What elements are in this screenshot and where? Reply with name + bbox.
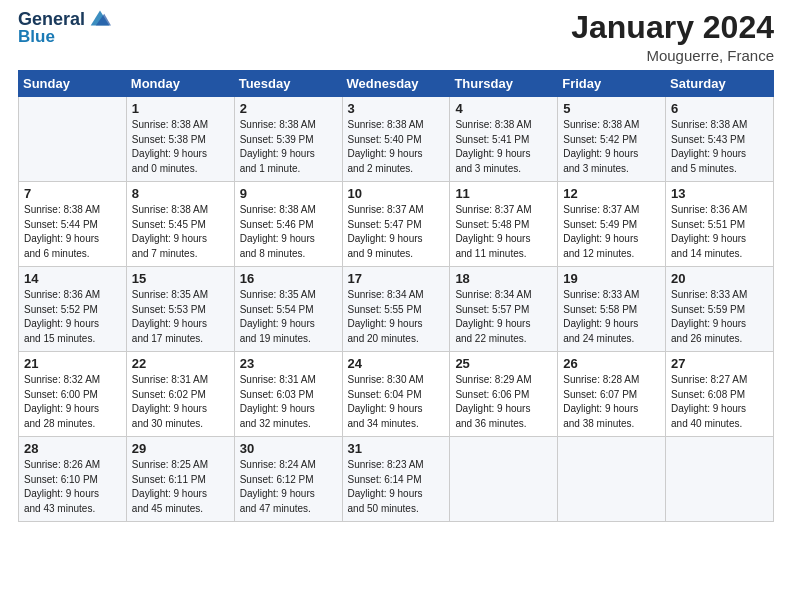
- day-number: 29: [132, 441, 229, 456]
- calendar-cell: 30Sunrise: 8:24 AM Sunset: 6:12 PM Dayli…: [234, 437, 342, 522]
- calendar-cell: 9Sunrise: 8:38 AM Sunset: 5:46 PM Daylig…: [234, 182, 342, 267]
- cell-info: Sunrise: 8:34 AM Sunset: 5:55 PM Dayligh…: [348, 288, 445, 346]
- calendar-cell: [558, 437, 666, 522]
- calendar-cell: 1Sunrise: 8:38 AM Sunset: 5:38 PM Daylig…: [126, 97, 234, 182]
- weekday-header-wednesday: Wednesday: [342, 71, 450, 97]
- day-number: 18: [455, 271, 552, 286]
- day-number: 2: [240, 101, 337, 116]
- calendar-cell: 14Sunrise: 8:36 AM Sunset: 5:52 PM Dayli…: [19, 267, 127, 352]
- calendar-cell: 20Sunrise: 8:33 AM Sunset: 5:59 PM Dayli…: [666, 267, 774, 352]
- week-row-2: 7Sunrise: 8:38 AM Sunset: 5:44 PM Daylig…: [19, 182, 774, 267]
- calendar-cell: 4Sunrise: 8:38 AM Sunset: 5:41 PM Daylig…: [450, 97, 558, 182]
- day-number: 9: [240, 186, 337, 201]
- weekday-header-row: SundayMondayTuesdayWednesdayThursdayFrid…: [19, 71, 774, 97]
- cell-info: Sunrise: 8:26 AM Sunset: 6:10 PM Dayligh…: [24, 458, 121, 516]
- cell-info: Sunrise: 8:37 AM Sunset: 5:48 PM Dayligh…: [455, 203, 552, 261]
- calendar-cell: 3Sunrise: 8:38 AM Sunset: 5:40 PM Daylig…: [342, 97, 450, 182]
- weekday-header-friday: Friday: [558, 71, 666, 97]
- day-number: 5: [563, 101, 660, 116]
- location: Mouguerre, France: [571, 47, 774, 64]
- cell-info: Sunrise: 8:36 AM Sunset: 5:52 PM Dayligh…: [24, 288, 121, 346]
- calendar-cell: 26Sunrise: 8:28 AM Sunset: 6:07 PM Dayli…: [558, 352, 666, 437]
- cell-info: Sunrise: 8:38 AM Sunset: 5:38 PM Dayligh…: [132, 118, 229, 176]
- day-number: 10: [348, 186, 445, 201]
- day-number: 4: [455, 101, 552, 116]
- day-number: 13: [671, 186, 768, 201]
- day-number: 12: [563, 186, 660, 201]
- calendar-cell: 13Sunrise: 8:36 AM Sunset: 5:51 PM Dayli…: [666, 182, 774, 267]
- cell-info: Sunrise: 8:23 AM Sunset: 6:14 PM Dayligh…: [348, 458, 445, 516]
- cell-info: Sunrise: 8:29 AM Sunset: 6:06 PM Dayligh…: [455, 373, 552, 431]
- cell-info: Sunrise: 8:36 AM Sunset: 5:51 PM Dayligh…: [671, 203, 768, 261]
- cell-info: Sunrise: 8:38 AM Sunset: 5:46 PM Dayligh…: [240, 203, 337, 261]
- page: General Blue January 2024 Mouguerre, Fra…: [0, 0, 792, 612]
- header: General Blue January 2024 Mouguerre, Fra…: [18, 10, 774, 64]
- day-number: 15: [132, 271, 229, 286]
- weekday-header-tuesday: Tuesday: [234, 71, 342, 97]
- cell-info: Sunrise: 8:38 AM Sunset: 5:41 PM Dayligh…: [455, 118, 552, 176]
- logo-icon: [89, 7, 111, 29]
- day-number: 31: [348, 441, 445, 456]
- cell-info: Sunrise: 8:33 AM Sunset: 5:59 PM Dayligh…: [671, 288, 768, 346]
- logo: General Blue: [18, 10, 111, 46]
- day-number: 20: [671, 271, 768, 286]
- cell-info: Sunrise: 8:38 AM Sunset: 5:43 PM Dayligh…: [671, 118, 768, 176]
- cell-info: Sunrise: 8:37 AM Sunset: 5:47 PM Dayligh…: [348, 203, 445, 261]
- day-number: 7: [24, 186, 121, 201]
- day-number: 3: [348, 101, 445, 116]
- day-number: 28: [24, 441, 121, 456]
- weekday-header-saturday: Saturday: [666, 71, 774, 97]
- calendar-cell: 5Sunrise: 8:38 AM Sunset: 5:42 PM Daylig…: [558, 97, 666, 182]
- calendar-cell: 18Sunrise: 8:34 AM Sunset: 5:57 PM Dayli…: [450, 267, 558, 352]
- weekday-header-thursday: Thursday: [450, 71, 558, 97]
- cell-info: Sunrise: 8:38 AM Sunset: 5:42 PM Dayligh…: [563, 118, 660, 176]
- cell-info: Sunrise: 8:31 AM Sunset: 6:03 PM Dayligh…: [240, 373, 337, 431]
- weekday-header-sunday: Sunday: [19, 71, 127, 97]
- cell-info: Sunrise: 8:38 AM Sunset: 5:45 PM Dayligh…: [132, 203, 229, 261]
- calendar-cell: 12Sunrise: 8:37 AM Sunset: 5:49 PM Dayli…: [558, 182, 666, 267]
- calendar-cell: 23Sunrise: 8:31 AM Sunset: 6:03 PM Dayli…: [234, 352, 342, 437]
- week-row-4: 21Sunrise: 8:32 AM Sunset: 6:00 PM Dayli…: [19, 352, 774, 437]
- calendar-cell: 16Sunrise: 8:35 AM Sunset: 5:54 PM Dayli…: [234, 267, 342, 352]
- cell-info: Sunrise: 8:33 AM Sunset: 5:58 PM Dayligh…: [563, 288, 660, 346]
- cell-info: Sunrise: 8:25 AM Sunset: 6:11 PM Dayligh…: [132, 458, 229, 516]
- cell-info: Sunrise: 8:35 AM Sunset: 5:53 PM Dayligh…: [132, 288, 229, 346]
- calendar-cell: 31Sunrise: 8:23 AM Sunset: 6:14 PM Dayli…: [342, 437, 450, 522]
- cell-info: Sunrise: 8:38 AM Sunset: 5:39 PM Dayligh…: [240, 118, 337, 176]
- month-title: January 2024: [571, 10, 774, 45]
- cell-info: Sunrise: 8:34 AM Sunset: 5:57 PM Dayligh…: [455, 288, 552, 346]
- cell-info: Sunrise: 8:27 AM Sunset: 6:08 PM Dayligh…: [671, 373, 768, 431]
- day-number: 17: [348, 271, 445, 286]
- cell-info: Sunrise: 8:32 AM Sunset: 6:00 PM Dayligh…: [24, 373, 121, 431]
- cell-info: Sunrise: 8:38 AM Sunset: 5:44 PM Dayligh…: [24, 203, 121, 261]
- calendar-cell: 24Sunrise: 8:30 AM Sunset: 6:04 PM Dayli…: [342, 352, 450, 437]
- day-number: 14: [24, 271, 121, 286]
- day-number: 25: [455, 356, 552, 371]
- weekday-header-monday: Monday: [126, 71, 234, 97]
- calendar-cell: 19Sunrise: 8:33 AM Sunset: 5:58 PM Dayli…: [558, 267, 666, 352]
- calendar-cell: 2Sunrise: 8:38 AM Sunset: 5:39 PM Daylig…: [234, 97, 342, 182]
- title-block: January 2024 Mouguerre, France: [571, 10, 774, 64]
- calendar-cell: 28Sunrise: 8:26 AM Sunset: 6:10 PM Dayli…: [19, 437, 127, 522]
- calendar-cell: 8Sunrise: 8:38 AM Sunset: 5:45 PM Daylig…: [126, 182, 234, 267]
- calendar-cell: 27Sunrise: 8:27 AM Sunset: 6:08 PM Dayli…: [666, 352, 774, 437]
- day-number: 6: [671, 101, 768, 116]
- day-number: 1: [132, 101, 229, 116]
- calendar-cell: [450, 437, 558, 522]
- week-row-5: 28Sunrise: 8:26 AM Sunset: 6:10 PM Dayli…: [19, 437, 774, 522]
- day-number: 19: [563, 271, 660, 286]
- cell-info: Sunrise: 8:28 AM Sunset: 6:07 PM Dayligh…: [563, 373, 660, 431]
- calendar-cell: 15Sunrise: 8:35 AM Sunset: 5:53 PM Dayli…: [126, 267, 234, 352]
- day-number: 11: [455, 186, 552, 201]
- cell-info: Sunrise: 8:31 AM Sunset: 6:02 PM Dayligh…: [132, 373, 229, 431]
- day-number: 22: [132, 356, 229, 371]
- calendar-cell: [19, 97, 127, 182]
- day-number: 8: [132, 186, 229, 201]
- day-number: 24: [348, 356, 445, 371]
- day-number: 23: [240, 356, 337, 371]
- calendar-cell: 17Sunrise: 8:34 AM Sunset: 5:55 PM Dayli…: [342, 267, 450, 352]
- day-number: 16: [240, 271, 337, 286]
- cell-info: Sunrise: 8:24 AM Sunset: 6:12 PM Dayligh…: [240, 458, 337, 516]
- day-number: 26: [563, 356, 660, 371]
- day-number: 21: [24, 356, 121, 371]
